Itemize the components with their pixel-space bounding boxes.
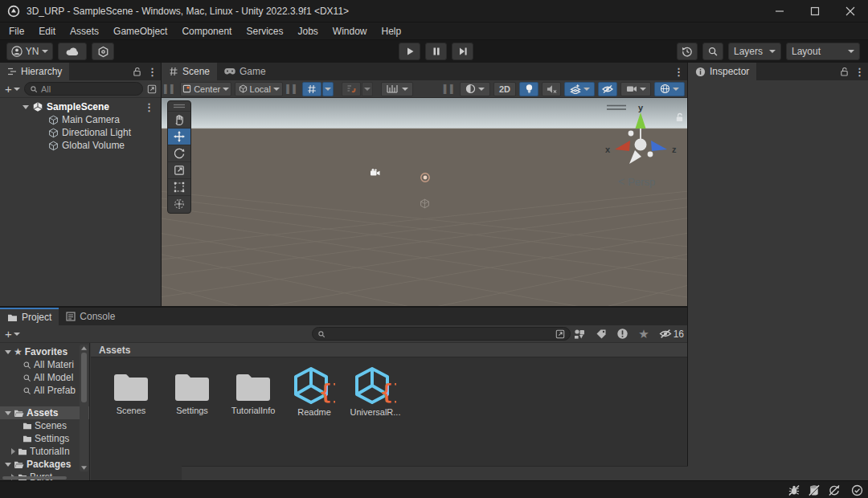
menu-assets[interactable]: Assets xyxy=(63,22,106,40)
foldout-closed-icon[interactable] xyxy=(11,448,15,455)
asset-item-settings[interactable]: Settings xyxy=(163,372,221,415)
scroll-up-icon[interactable] xyxy=(81,346,87,350)
menu-jobs[interactable]: Jobs xyxy=(290,22,325,40)
grid-settings-dropdown[interactable] xyxy=(322,82,334,96)
grid-visibility-toggle[interactable] xyxy=(302,82,321,96)
layers-dropdown[interactable]: Layers xyxy=(728,43,781,60)
sidebar-item-packages[interactable]: Packages xyxy=(0,458,89,471)
tool-handle-position-dropdown[interactable]: Center xyxy=(180,82,231,96)
minimize-button[interactable] xyxy=(762,0,797,22)
orientation-gizmo[interactable]: y x z < Persp xyxy=(596,98,687,194)
layout-dropdown[interactable]: Layout xyxy=(786,43,860,60)
project-search-input[interactable] xyxy=(312,327,571,341)
menu-gameobject[interactable]: GameObject xyxy=(106,22,174,40)
tab-game[interactable]: Game xyxy=(217,63,273,80)
cache-server-disconnected-icon[interactable] xyxy=(808,484,821,496)
overlay-grip[interactable] xyxy=(168,101,190,111)
asset-item-tutorialinfo[interactable]: TutorialInfo xyxy=(224,372,282,415)
scale-tool[interactable] xyxy=(168,161,190,178)
assets-breadcrumb[interactable]: Assets xyxy=(91,343,687,357)
hierarchy-item-global-volume[interactable]: Global Volume xyxy=(0,139,161,152)
account-button[interactable]: YN xyxy=(6,43,53,60)
menu-edit[interactable]: Edit xyxy=(31,22,63,40)
create-button[interactable]: + xyxy=(5,83,20,95)
undo-history-button[interactable] xyxy=(677,43,698,60)
auto-refresh-disabled-icon[interactable] xyxy=(828,484,841,496)
debugger-disabled-icon[interactable] xyxy=(788,484,800,496)
asset-item-scenes[interactable]: Scenes xyxy=(102,372,160,415)
asset-item-readme[interactable]: {} Readme xyxy=(285,367,343,417)
scene-root-row[interactable]: SampleScene ⋮ xyxy=(0,100,161,113)
snap-toggle[interactable] xyxy=(342,82,361,96)
filter-by-label-icon[interactable] xyxy=(596,329,607,340)
foldout-open-icon[interactable] xyxy=(5,411,11,415)
global-search-button[interactable] xyxy=(702,43,723,60)
hidden-items-count[interactable]: 16 xyxy=(659,329,684,340)
global-volume-gizmo[interactable] xyxy=(420,198,430,209)
menu-services[interactable]: Services xyxy=(239,22,290,40)
projection-label[interactable]: < Persp xyxy=(618,175,655,188)
scene-lighting-toggle[interactable] xyxy=(519,82,538,96)
scrollbar-thumb[interactable] xyxy=(81,353,87,402)
view-hand-tool[interactable] xyxy=(168,111,190,128)
panel-menu-icon[interactable]: ⋮ xyxy=(854,67,865,77)
effects-dropdown[interactable] xyxy=(564,82,595,96)
lock-icon[interactable] xyxy=(840,67,849,76)
tab-scene[interactable]: Scene xyxy=(162,63,217,80)
close-button[interactable] xyxy=(833,0,868,22)
sidebar-item-scenes[interactable]: Scenes xyxy=(0,419,89,432)
sidebar-item-all-models[interactable]: All Model xyxy=(0,371,89,384)
unity-hub-button[interactable] xyxy=(92,43,114,60)
2d-toggle[interactable]: 2D xyxy=(493,82,516,96)
maximize-button[interactable] xyxy=(797,0,833,22)
foldout-open-icon[interactable] xyxy=(5,463,11,467)
menu-component[interactable]: Component xyxy=(174,22,239,40)
foldout-open-icon[interactable] xyxy=(5,350,11,354)
rotate-tool[interactable] xyxy=(168,145,190,161)
sidebar-item-tutorialinfo[interactable]: TutorialIn xyxy=(0,445,89,458)
pause-button[interactable] xyxy=(425,43,447,60)
sidebar-item-assets[interactable]: Assets xyxy=(0,406,89,419)
menu-file[interactable]: File xyxy=(2,22,31,40)
transform-tool[interactable] xyxy=(168,195,190,212)
sidebar-item-all-materials[interactable]: All Materi xyxy=(0,358,89,371)
hierarchy-item-directional-light[interactable]: Directional Light xyxy=(0,126,161,139)
progress-idle-icon[interactable] xyxy=(851,484,863,496)
move-tool[interactable] xyxy=(168,128,190,145)
scene-viewport[interactable]: y x z < Persp xyxy=(162,98,687,306)
camera-gizmo[interactable] xyxy=(370,169,381,178)
scene-menu-icon[interactable]: ⋮ xyxy=(144,102,154,112)
tab-console[interactable]: Console xyxy=(59,308,122,325)
camera-overlay-dropdown[interactable] xyxy=(620,82,651,96)
filter-by-importance-icon[interactable] xyxy=(616,328,628,340)
tool-handle-rotation-dropdown[interactable]: Local xyxy=(235,82,283,96)
cloud-button[interactable] xyxy=(58,43,87,60)
toolbar-grip[interactable]: ▌▌ xyxy=(164,84,177,93)
toolbar-grip[interactable]: ▌▌ xyxy=(444,84,457,93)
filter-by-type-icon[interactable] xyxy=(573,329,586,340)
create-button[interactable]: + xyxy=(5,328,20,340)
sidebar-horizontal-scrollbar[interactable] xyxy=(2,476,67,480)
panel-menu-icon[interactable]: ⋮ xyxy=(674,67,684,77)
scene-visibility-toggle[interactable] xyxy=(598,82,617,96)
snap-increment-dropdown[interactable] xyxy=(381,82,413,96)
shading-mode-dropdown[interactable] xyxy=(460,82,490,96)
saved-search-star-icon[interactable]: ★ xyxy=(638,328,649,340)
snap-settings-dropdown[interactable] xyxy=(362,82,373,96)
sidebar-item-favorites[interactable]: ★ Favorites xyxy=(0,345,89,358)
step-button[interactable] xyxy=(452,43,473,60)
lock-icon[interactable] xyxy=(133,67,141,76)
asset-item-universalrp[interactable]: {} UniversalR... xyxy=(346,367,404,417)
hierarchy-search-input[interactable]: All xyxy=(24,82,143,96)
panel-menu-icon[interactable]: ⋮ xyxy=(147,67,158,77)
directional-light-gizmo[interactable] xyxy=(420,172,431,183)
foldout-open-icon[interactable] xyxy=(23,105,29,109)
menu-window[interactable]: Window xyxy=(326,22,375,40)
sidebar-item-settings[interactable]: Settings xyxy=(0,432,89,445)
open-search-window-icon[interactable] xyxy=(147,84,157,94)
tab-project[interactable]: Project xyxy=(0,308,59,325)
toolbar-grip[interactable]: ▌▌ xyxy=(286,84,299,93)
scroll-down-icon[interactable] xyxy=(81,466,87,470)
gizmos-dropdown[interactable] xyxy=(654,82,685,96)
open-search-window-icon[interactable] xyxy=(555,329,565,339)
